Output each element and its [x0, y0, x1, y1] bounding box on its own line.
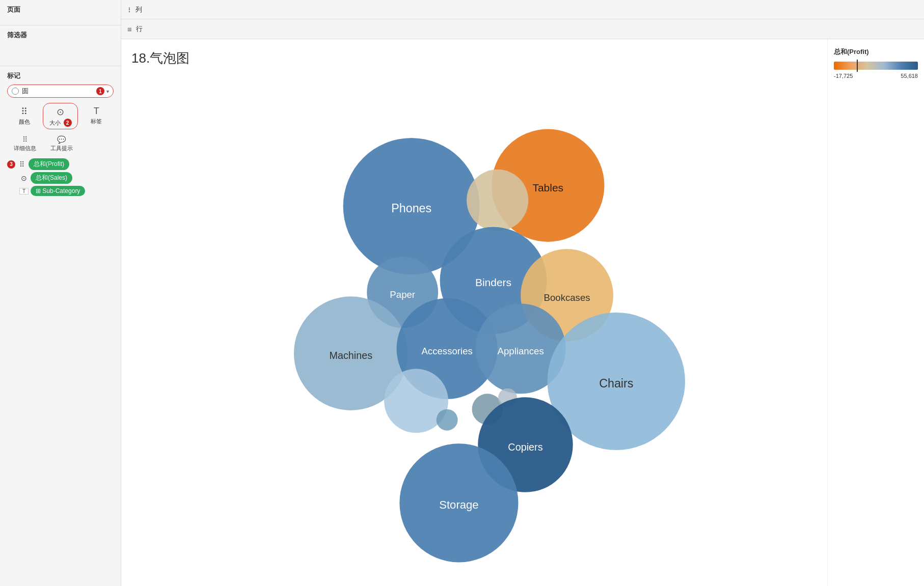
size-button[interactable]: ⊙ 大小 2	[43, 103, 78, 129]
bubble-label-accessories: Accessories	[421, 346, 472, 356]
bubble-small1[interactable]	[467, 170, 528, 231]
marks-icons-row-2: ⠿ 详细信息 💬 工具提示	[7, 132, 114, 154]
tooltip-icon: 💬	[57, 135, 66, 144]
bubble-label-copiers: Copiers	[508, 441, 542, 453]
page-title: 页面	[7, 5, 114, 14]
detail-label: 详细信息	[14, 145, 36, 152]
shelf-area: ⫶ 列 ≡ 行	[121, 0, 924, 39]
page-section: 页面	[0, 0, 121, 25]
sales-pill[interactable]: 总和(Sales)	[31, 172, 72, 184]
bubble-label-chairs: Chairs	[599, 377, 633, 390]
legend-range: -17,725 55,618	[834, 73, 918, 79]
bubble-label-bookcases: Bookcases	[544, 292, 590, 303]
marks-icons-row: ⠿ 颜色 ⊙ 大小 2 T 标签	[7, 103, 114, 129]
row-shelf: ≡ 行	[121, 19, 924, 39]
column-shelf: ⫶ 列	[121, 0, 924, 19]
legend-max: 55,618	[901, 73, 918, 79]
filter-title: 筛选器	[7, 31, 114, 40]
circle-size-icon: ⊙	[19, 174, 29, 182]
legend-gradient	[834, 62, 918, 70]
bubble-label-tables: Tables	[532, 182, 563, 193]
marks-pills: 3 ⠿ 总和(Profit) ⊙ 总和(Sales) T ⊞ Sub-Categ…	[7, 158, 114, 196]
column-label: 列	[135, 5, 142, 14]
bubble-label-phones: Phones	[391, 202, 431, 215]
chart-inner: 18.气泡图 Phones Tables Binders Paper	[121, 39, 827, 586]
label-button[interactable]: T 标签	[79, 103, 114, 129]
badge-3: 3	[7, 160, 15, 169]
label-icon: T	[94, 106, 99, 117]
chart-container: 18.气泡图 Phones Tables Binders Paper	[121, 39, 924, 586]
size-icon: ⊙	[57, 106, 64, 118]
bubble-label-storage: Storage	[439, 498, 478, 511]
tooltip-button[interactable]: 💬 工具提示	[44, 132, 79, 154]
sidebar: 页面 筛选器 标记 圆 1 ▾ ⠿ 颜色 ⊙ 大小 2	[0, 0, 121, 586]
t-icon: T	[19, 188, 29, 194]
column-icon: ⫶	[127, 5, 131, 14]
color-label: 颜色	[19, 118, 30, 126]
marks-section: 标记 圆 1 ▾ ⠿ 颜色 ⊙ 大小 2 T 标签	[0, 66, 121, 586]
dots-icon: ⠿	[17, 160, 26, 169]
legend-title: 总和(Profit)	[834, 47, 918, 57]
detail-icon: ⠿	[22, 135, 28, 144]
subcategory-pill-row: T ⊞ Sub-Category	[7, 186, 114, 196]
right-area: ⫶ 列 ≡ 行 18.气泡图 Phones Tables Bi	[121, 0, 924, 586]
sales-pill-row: ⊙ 总和(Sales)	[7, 172, 114, 184]
bubble-chart-svg: Phones Tables Binders Paper Bookcases Ma…	[121, 70, 725, 586]
bubble-label-machines: Machines	[329, 350, 372, 361]
color-button[interactable]: ⠿ 颜色	[7, 103, 42, 129]
marks-type-dropdown[interactable]: 圆 1 ▾	[7, 85, 114, 98]
bubble-label-paper: Paper	[390, 289, 415, 300]
circle-icon	[12, 88, 19, 95]
badge-1: 1	[96, 87, 104, 95]
detail-button[interactable]: ⠿ 详细信息	[7, 132, 43, 154]
chevron-down-icon: ▾	[106, 89, 109, 94]
subcategory-pill[interactable]: ⊞ Sub-Category	[31, 186, 85, 196]
chart-title: 18.气泡图	[131, 49, 817, 67]
bubble-label-appliances: Appliances	[498, 346, 544, 356]
label-label: 标签	[91, 118, 102, 125]
size-label: 大小	[49, 119, 61, 127]
bubble-small5[interactable]	[437, 409, 458, 431]
profit-pill-row: 3 ⠿ 总和(Profit)	[7, 158, 114, 170]
profit-pill[interactable]: 总和(Profit)	[29, 158, 69, 170]
badge-2: 2	[64, 119, 72, 127]
color-icon: ⠿	[21, 106, 28, 117]
legend-marker	[857, 60, 858, 72]
filter-section: 筛选器	[0, 25, 121, 66]
legend-min: -17,725	[834, 73, 853, 79]
marks-title: 标记	[7, 71, 114, 80]
legend-panel: 总和(Profit) -17,725 55,618	[827, 39, 924, 586]
marks-dropdown-label: 圆	[22, 87, 94, 96]
tooltip-label: 工具提示	[50, 145, 73, 152]
row-label: 行	[136, 24, 143, 34]
bubble-label-binders: Binders	[475, 276, 511, 288]
row-icon: ≡	[127, 25, 132, 34]
